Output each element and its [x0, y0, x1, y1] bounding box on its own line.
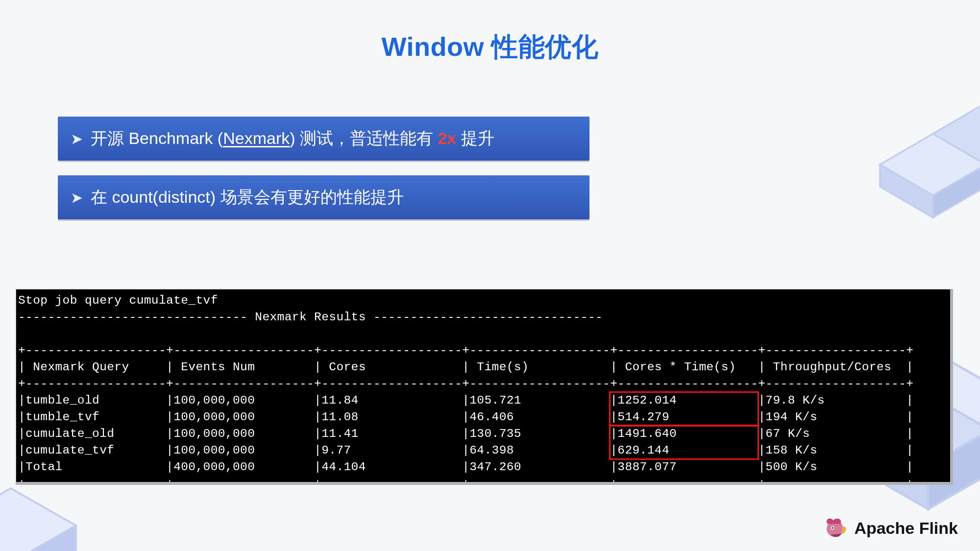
nexmark-link[interactable]: Nexmark [223, 129, 290, 147]
bullet-highlight-2x: 2x [438, 129, 456, 147]
svg-point-2 [832, 527, 833, 528]
terminal-output: Stop job query cumulate_tvf ------------… [16, 289, 953, 485]
decor-cloud-top-right [862, 59, 980, 235]
footer-brand: Apache Flink [822, 515, 958, 541]
bullet-seg: 提升 [456, 129, 494, 147]
bullet-benchmark: ➤ 开源 Benchmark (Nexmark) 测试，普适性能有 2x 提升 [58, 117, 589, 161]
chevron-right-icon: ➤ [71, 129, 83, 148]
highlight-box-cumulate [609, 425, 759, 460]
highlight-box-tumble [609, 391, 759, 427]
chevron-right-icon: ➤ [71, 188, 83, 207]
bullet-text: 开源 Benchmark (Nexmark) 测试，普适性能有 2x 提升 [91, 127, 576, 149]
slide-title: Window 性能优化 [0, 29, 980, 65]
bullet-count-distinct: ➤ 在 count(distinct) 场景会有更好的性能提升 [58, 175, 589, 219]
bullet-list: ➤ 开源 Benchmark (Nexmark) 测试，普适性能有 2x 提升 … [58, 117, 589, 234]
footer-brand-name: Apache Flink [854, 519, 958, 538]
flink-logo-icon [822, 515, 848, 541]
bullet-text: 在 count(distinct) 场景会有更好的性能提升 [91, 186, 576, 208]
bullet-seg: 开源 Benchmark ( [91, 129, 223, 147]
bullet-seg: ) 测试，普适性能有 [290, 129, 438, 147]
